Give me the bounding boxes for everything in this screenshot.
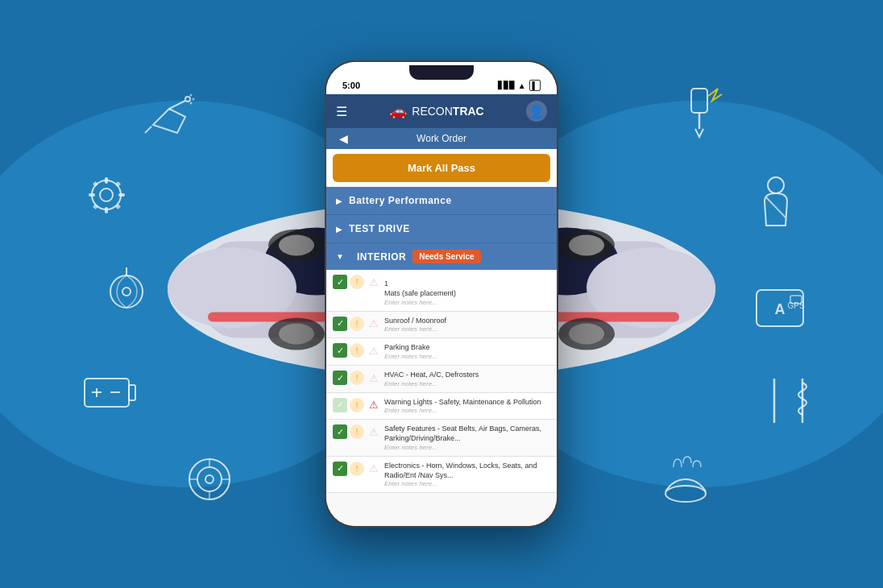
- battery-performance-section[interactable]: ▶ Battery Performance: [326, 187, 557, 215]
- item-name-text: Mats (safe placement): [384, 289, 550, 299]
- alert-icon[interactable]: ⚠: [367, 317, 381, 331]
- item-name-text: Safety Features - Seat Belts, Air Bags, …: [384, 424, 550, 443]
- item-name-text: Electronics - Horn, Windows, Locks, Seat…: [384, 462, 550, 480]
- svg-rect-28: [93, 181, 98, 187]
- needs-service-badge: Needs Service: [412, 250, 480, 263]
- svg-point-14: [279, 234, 314, 255]
- item-details: Warning Lights - Safety, Maintenance & P…: [384, 398, 550, 415]
- battery-section-arrow: ▶: [336, 197, 342, 205]
- interior-arrow: ▼: [336, 252, 344, 261]
- item-details: Parking Brake Enter notes here...: [384, 343, 550, 360]
- svg-rect-29: [115, 181, 121, 187]
- phone-frame: 5:00 ▋▊▉ ▲ ▌ ☰ 🚗 RECONTRAC 👤: [325, 60, 558, 528]
- interior-section-header[interactable]: ▼ INTERIOR Needs Service: [326, 243, 557, 270]
- signal-icon: ▋▊▉: [498, 81, 515, 89]
- check-icon[interactable]: ✓: [333, 424, 347, 439]
- app-header: ☰ 🚗 RECONTRAC 👤: [326, 94, 557, 128]
- warn-icon[interactable]: !: [350, 275, 364, 289]
- svg-point-23: [100, 188, 113, 201]
- inspection-item: ✓ ! ⚠ HVAC - Heat, A/C, Defrosters Enter…: [326, 366, 557, 393]
- work-order-label: Work Order: [417, 133, 466, 144]
- warn-icon[interactable]: !: [350, 462, 364, 476]
- warn-icon[interactable]: !: [350, 317, 364, 331]
- battery-status-icon: ▌: [529, 80, 541, 91]
- item-notes[interactable]: Enter notes here...: [384, 407, 550, 414]
- svg-rect-24: [105, 177, 108, 184]
- test-drive-section[interactable]: ▶ TEST DRIVE: [326, 215, 557, 243]
- svg-line-18: [145, 126, 151, 133]
- item-notes[interactable]: Enter notes here...: [384, 480, 550, 487]
- user-profile-button[interactable]: 👤: [526, 101, 547, 122]
- warn-icon[interactable]: !: [350, 343, 364, 358]
- item-status-icons: ✓ ! ⚠: [333, 275, 381, 289]
- item-name-text: Parking Brake: [384, 343, 550, 353]
- warn-icon[interactable]: !: [350, 371, 364, 385]
- warn-icon[interactable]: !: [350, 424, 364, 439]
- item-details: Safety Features - Seat Belts, Air Bags, …: [384, 424, 550, 450]
- inspection-list: ✓ ! ⚠ 1 Mats (safe placement) Enter note…: [326, 270, 557, 526]
- person-icon: [750, 173, 802, 237]
- engine-icon: [81, 169, 133, 225]
- item-status-icons: ✓ ! ⚠: [333, 424, 381, 439]
- turbo-icon: [101, 266, 153, 321]
- svg-point-42: [205, 475, 213, 483]
- logo-text: RECONTRAC: [412, 105, 483, 118]
- item-notes[interactable]: Enter notes here...: [384, 380, 550, 387]
- item-notes[interactable]: Enter notes here...: [384, 444, 550, 451]
- svg-line-50: [766, 197, 786, 217]
- item-details: Electronics - Horn, Windows, Locks, Seat…: [384, 462, 550, 487]
- item-notes[interactable]: Enter notes here...: [384, 299, 550, 306]
- item-notes[interactable]: Enter notes here...: [384, 353, 550, 360]
- inspection-item: ✓ ! ⚠ Parking Brake Enter notes here...: [326, 338, 557, 366]
- alert-icon[interactable]: ⚠: [367, 275, 381, 289]
- item-notes[interactable]: Enter notes here...: [384, 325, 550, 333]
- svg-point-19: [190, 94, 193, 97]
- svg-text:A: A: [775, 301, 786, 317]
- check-icon[interactable]: ✓: [333, 398, 347, 412]
- item-details: Sunroof / Moonroof Enter notes here...: [384, 317, 550, 333]
- check-icon[interactable]: ✓: [333, 317, 347, 331]
- battery-icon: [81, 371, 137, 418]
- spray-gun-icon: [141, 89, 197, 148]
- item-status-icons: ✓ ! ⚠: [333, 462, 381, 476]
- svg-point-12: [279, 323, 314, 344]
- item-name-text: HVAC - Heat, A/C, Defrosters: [384, 371, 550, 380]
- hamburger-menu-icon[interactable]: ☰: [336, 104, 347, 119]
- inspection-item: ✓ ! ⚠ 1 Mats (safe placement) Enter note…: [326, 270, 557, 312]
- app-logo: 🚗 RECONTRAC: [389, 102, 483, 120]
- check-icon[interactable]: ✓: [333, 343, 347, 358]
- warn-icon[interactable]: !: [350, 398, 364, 412]
- phone-device: 5:00 ▋▊▉ ▲ ▌ ☰ 🚗 RECONTRAC 👤: [325, 60, 558, 528]
- phone-screen: 5:00 ▋▊▉ ▲ ▌ ☰ 🚗 RECONTRAC 👤: [326, 62, 557, 526]
- svg-point-32: [110, 275, 143, 308]
- back-arrow-icon[interactable]: ◀: [339, 132, 348, 145]
- inspection-item: ✓ ! ⚠ Warning Lights - Safety, Maintenan…: [326, 393, 557, 420]
- item-status-icons: ✓ ! ⚠: [333, 398, 381, 412]
- alert-icon[interactable]: ⚠: [367, 424, 381, 439]
- svg-rect-30: [93, 204, 98, 209]
- svg-rect-47: [691, 89, 707, 113]
- item-details: HVAC - Heat, A/C, Defrosters Enter notes…: [384, 371, 550, 387]
- svg-line-16: [169, 101, 185, 109]
- car-logo-icon: 🚗: [389, 102, 407, 120]
- mark-all-pass-button[interactable]: Mark All Pass: [333, 154, 550, 182]
- alert-icon[interactable]: ⚠: [367, 343, 381, 358]
- status-icons: ▋▊▉ ▲ ▌: [498, 80, 541, 91]
- svg-point-33: [122, 288, 131, 296]
- work-order-bar: ◀ Work Order: [326, 128, 557, 149]
- item-status-icons: ✓ ! ⚠: [333, 317, 381, 331]
- gps-icon: A GPS: [750, 278, 810, 342]
- alert-icon[interactable]: ⚠: [367, 462, 381, 476]
- car-wash-icon: [657, 455, 714, 511]
- svg-point-41: [197, 467, 222, 491]
- svg-rect-35: [85, 379, 129, 407]
- alert-icon[interactable]: ⚠: [367, 371, 381, 385]
- svg-point-20: [193, 98, 195, 101]
- check-icon[interactable]: ✓: [333, 275, 347, 289]
- inspection-item: ✓ ! ⚠ Sunroof / Moonroof Enter notes her…: [326, 312, 557, 339]
- check-icon[interactable]: ✓: [333, 462, 347, 476]
- check-icon[interactable]: ✓: [333, 371, 347, 385]
- svg-point-57: [665, 486, 706, 502]
- svg-point-21: [190, 102, 193, 105]
- alert-icon[interactable]: ⚠: [367, 398, 381, 412]
